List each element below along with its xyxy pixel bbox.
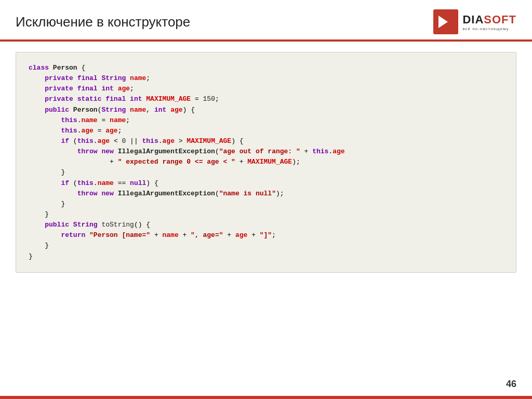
- logo-dia: DIA: [462, 13, 484, 26]
- code-line-11: + " expected range 0 <= age < " + MAXIMU…: [29, 157, 503, 167]
- code-line-9: if (this.age < 0 || this.age > MAXIMUM_A…: [29, 136, 503, 147]
- code-line-19: return "Person [name=" + name + ", age="…: [29, 230, 503, 241]
- logo-tagline: всё по-настоящему: [462, 26, 509, 31]
- code-line-3: private final int age;: [29, 84, 503, 94]
- page-title: Исключение в конструкторе: [16, 14, 190, 30]
- code-line-12: }: [29, 167, 503, 178]
- code-line-4: private static final int MAXIMUM_AGE = 1…: [29, 94, 503, 104]
- header: Исключение в конструкторе DIASOFT всё по…: [0, 0, 532, 39]
- code-line-22: }: [29, 251, 503, 262]
- code-line-1: class Person {: [29, 63, 503, 73]
- code-line-6: public Person(String name, int age) {: [29, 105, 503, 115]
- code-block: class Person { private final String name…: [16, 52, 516, 273]
- logo-text: DIASOFT всё по-настоящему: [462, 13, 516, 31]
- footer-bar: [0, 396, 532, 399]
- code-line-18: public String toString() {: [29, 220, 503, 230]
- header-divider: [0, 39, 532, 42]
- page-number: 46: [506, 379, 516, 390]
- code-line-10: throw new IllegalArgumentException("age …: [29, 147, 503, 157]
- logo: DIASOFT всё по-настоящему: [433, 9, 516, 34]
- code-line-13: if (this.name == null) {: [29, 178, 503, 189]
- code-line-15: }: [29, 199, 503, 209]
- logo-soft: SOFT: [484, 13, 516, 26]
- code-line-20: }: [29, 241, 503, 251]
- code-line-14: throw new IllegalArgumentException("name…: [29, 189, 503, 199]
- code-line-7: this.name = name;: [29, 115, 503, 126]
- code-line-16: }: [29, 209, 503, 220]
- logo-brand: DIASOFT: [462, 13, 516, 26]
- code-line-8: this.age = age;: [29, 126, 503, 136]
- code-line-2: private final String name;: [29, 73, 503, 84]
- diasoft-logo-icon: [433, 9, 458, 34]
